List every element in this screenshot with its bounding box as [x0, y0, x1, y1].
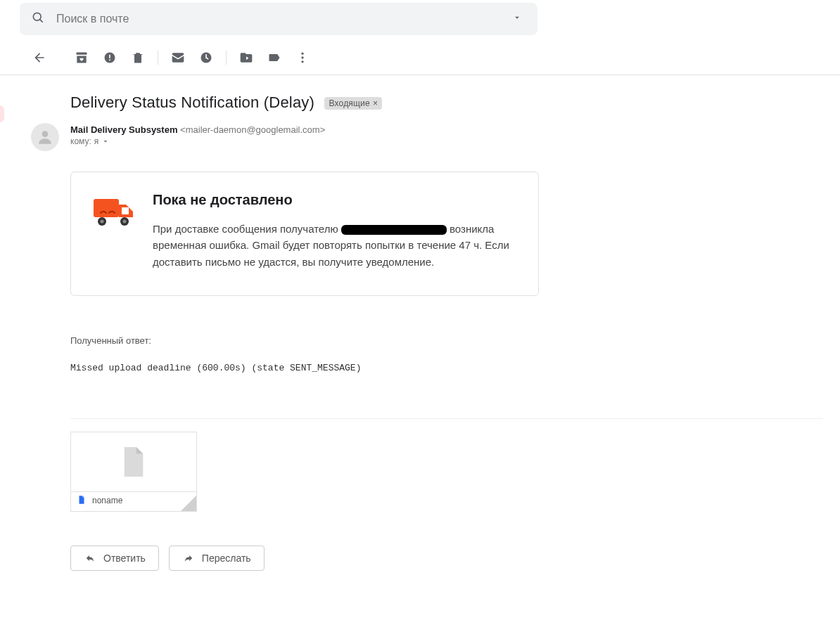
recipient-prefix: кому: [70, 136, 91, 146]
toolbar [0, 35, 840, 75]
search-bar[interactable] [20, 3, 537, 35]
forward-button[interactable]: Переслать [169, 546, 265, 571]
svg-rect-11 [122, 207, 129, 214]
svg-line-1 [40, 20, 43, 22]
more-button[interactable] [288, 44, 317, 72]
status-heading: Пока не доставлено [153, 192, 518, 208]
attachment-divider [70, 418, 823, 419]
snooze-button[interactable] [192, 44, 220, 72]
search-options-dropdown-icon[interactable] [502, 13, 532, 25]
delivery-status-box: Пока не доставлено При доставке сообщени… [70, 172, 539, 296]
svg-point-7 [301, 56, 303, 58]
recipient-value: я [94, 136, 99, 146]
attachment-thumbnail [71, 432, 196, 491]
label-button[interactable] [260, 44, 288, 72]
response-code: Missed upload deadline (600.00s) (state … [70, 363, 823, 373]
file-icon [120, 446, 147, 478]
forward-label: Переслать [202, 553, 251, 564]
svg-point-0 [33, 13, 41, 20]
search-input[interactable] [55, 12, 502, 26]
back-button[interactable] [25, 44, 53, 72]
sender-email: <mailer-daemon@googlemail.com> [180, 124, 325, 135]
svg-rect-3 [109, 55, 110, 58]
reply-icon [84, 553, 96, 563]
svg-point-13 [101, 220, 104, 224]
reply-label: Ответить [103, 553, 146, 564]
delete-button[interactable] [124, 44, 152, 72]
svg-rect-10 [94, 199, 119, 217]
svg-point-8 [301, 60, 303, 63]
archive-button[interactable] [68, 44, 96, 72]
recipient-line[interactable]: кому: я [70, 136, 823, 146]
attachment-filename: noname [92, 496, 122, 505]
svg-rect-4 [109, 60, 110, 61]
sender-line: Mail Delivery Subsystem <mailer-daemon@g… [70, 124, 823, 135]
recipient-details-dropdown-icon[interactable] [101, 137, 110, 146]
sender-name: Mail Delivery Subsystem [70, 124, 177, 135]
reply-button[interactable]: Ответить [70, 546, 159, 571]
redacted-recipient [341, 225, 447, 235]
chip-label: Входящие [329, 98, 370, 108]
spam-button[interactable] [96, 44, 124, 72]
mark-unread-button[interactable] [164, 44, 192, 72]
status-text: При доставке сообщения получателю возник… [153, 221, 518, 270]
attachment-tile[interactable]: noname [70, 432, 197, 512]
response-label: Полученный ответ: [70, 335, 823, 346]
corner-fold-icon [181, 496, 196, 511]
chip-remove-icon[interactable]: × [373, 98, 378, 108]
file-type-icon [77, 494, 87, 508]
svg-point-9 [42, 131, 49, 137]
label-chip-inbox[interactable]: Входящие × [324, 97, 382, 110]
forward-icon [182, 553, 195, 563]
sender-avatar [31, 123, 59, 151]
truck-icon [91, 192, 136, 240]
search-icon [25, 11, 55, 27]
svg-point-6 [301, 53, 303, 55]
svg-point-15 [123, 220, 127, 224]
email-subject-line: Delivery Status Notification (Delay) Вхо… [70, 93, 823, 112]
move-to-button[interactable] [232, 44, 260, 72]
email-subject: Delivery Status Notification (Delay) [70, 93, 314, 111]
